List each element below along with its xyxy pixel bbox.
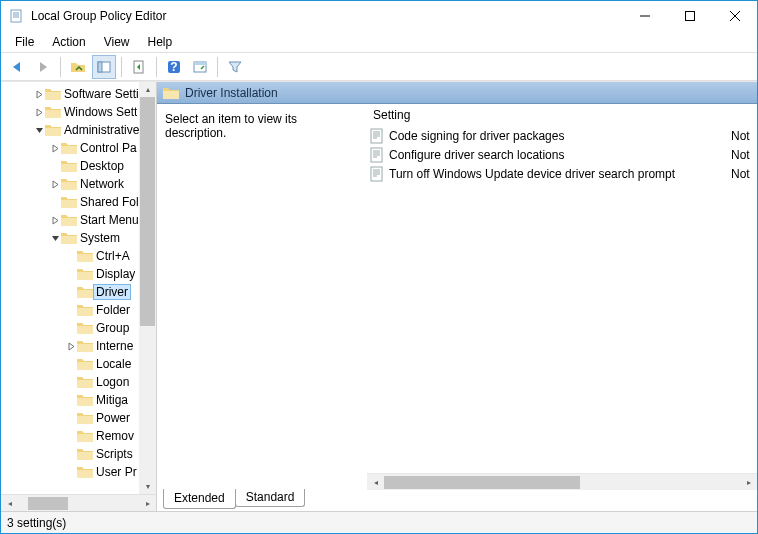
expander-icon[interactable] bbox=[65, 268, 77, 280]
tabs: Extended Standard bbox=[157, 490, 757, 511]
tree-item-label: Windows Sett bbox=[64, 105, 137, 119]
expander-icon[interactable] bbox=[65, 412, 77, 424]
expander-icon[interactable] bbox=[65, 430, 77, 442]
tab-extended[interactable]: Extended bbox=[163, 489, 236, 509]
svg-rect-14 bbox=[194, 62, 206, 65]
tree-item[interactable]: Administrative bbox=[1, 121, 156, 139]
scroll-down-button[interactable]: ▾ bbox=[139, 479, 156, 494]
column-setting[interactable]: Setting bbox=[367, 104, 757, 126]
toolbar-separator bbox=[60, 57, 61, 77]
scroll-left-button[interactable]: ◂ bbox=[1, 496, 18, 511]
up-folder-button[interactable] bbox=[66, 55, 90, 79]
tree-item[interactable]: Scripts bbox=[1, 445, 156, 463]
description-prompt: Select an item to view its description. bbox=[165, 112, 297, 140]
tree-item[interactable]: Folder bbox=[1, 301, 156, 319]
back-button[interactable] bbox=[5, 55, 29, 79]
forward-button[interactable] bbox=[31, 55, 55, 79]
tree-item[interactable]: Ctrl+A bbox=[1, 247, 156, 265]
expander-icon[interactable] bbox=[65, 304, 77, 316]
expander-icon[interactable] bbox=[65, 286, 77, 298]
tree-item-label: User Pr bbox=[96, 465, 137, 479]
tab-standard[interactable]: Standard bbox=[235, 489, 306, 507]
list-item[interactable]: Code signing for driver packagesNot bbox=[367, 126, 757, 145]
list-item-state: Not bbox=[731, 148, 757, 162]
list-rows: Code signing for driver packagesNotConfi… bbox=[367, 126, 757, 473]
tree-item-label: Software Setti bbox=[64, 87, 139, 101]
list-item-label: Turn off Windows Update device driver se… bbox=[389, 167, 731, 181]
scroll-right-button[interactable]: ▸ bbox=[740, 475, 757, 490]
tree-item-label: Remov bbox=[96, 429, 134, 443]
expander-icon[interactable] bbox=[65, 358, 77, 370]
expander-icon[interactable] bbox=[49, 232, 61, 244]
expander-icon[interactable] bbox=[65, 322, 77, 334]
tree-item[interactable]: Interne bbox=[1, 337, 156, 355]
content-pane: Driver Installation Select an item to vi… bbox=[157, 82, 757, 511]
expander-icon[interactable] bbox=[49, 196, 61, 208]
expander-icon[interactable] bbox=[49, 142, 61, 154]
menu-action[interactable]: Action bbox=[44, 33, 93, 51]
menubar: File Action View Help bbox=[1, 31, 757, 53]
tree-vertical-scrollbar[interactable]: ▴ ▾ bbox=[139, 82, 156, 494]
help-button[interactable]: ? bbox=[162, 55, 186, 79]
expander-icon[interactable] bbox=[65, 376, 77, 388]
expander-icon[interactable] bbox=[49, 214, 61, 226]
tree-item[interactable]: Mitiga bbox=[1, 391, 156, 409]
content-header: Driver Installation bbox=[157, 82, 757, 104]
properties-button[interactable] bbox=[188, 55, 212, 79]
tree-item[interactable]: Display bbox=[1, 265, 156, 283]
expander-icon[interactable] bbox=[65, 340, 77, 352]
tree-item[interactable]: Remov bbox=[1, 427, 156, 445]
tree-item[interactable]: Control Pa bbox=[1, 139, 156, 157]
tree-item[interactable]: Software Setti bbox=[1, 85, 156, 103]
list-item[interactable]: Configure driver search locationsNot bbox=[367, 145, 757, 164]
expander-icon[interactable] bbox=[33, 88, 45, 100]
scroll-right-button[interactable]: ▸ bbox=[139, 496, 156, 511]
tree-view[interactable]: Software SettiWindows SettAdministrative… bbox=[1, 82, 156, 494]
tree-item-label: Network bbox=[80, 177, 124, 191]
menu-file[interactable]: File bbox=[7, 33, 42, 51]
expander-icon[interactable] bbox=[65, 466, 77, 478]
show-hide-tree-button[interactable] bbox=[92, 55, 116, 79]
tree-item-label: Interne bbox=[96, 339, 133, 353]
expander-icon[interactable] bbox=[49, 178, 61, 190]
tree-item-label: Driver bbox=[93, 284, 131, 300]
tree-item[interactable]: Group bbox=[1, 319, 156, 337]
folder-icon bbox=[163, 86, 179, 100]
tree-item[interactable]: System bbox=[1, 229, 156, 247]
maximize-button[interactable] bbox=[667, 1, 712, 31]
expander-icon[interactable] bbox=[49, 160, 61, 172]
tree-item[interactable]: Start Menu bbox=[1, 211, 156, 229]
menu-help[interactable]: Help bbox=[140, 33, 181, 51]
filter-button[interactable] bbox=[223, 55, 247, 79]
tree-item[interactable]: Driver bbox=[1, 283, 156, 301]
tree-item[interactable]: Locale bbox=[1, 355, 156, 373]
window-title: Local Group Policy Editor bbox=[31, 9, 622, 23]
tree-item[interactable]: Shared Fol bbox=[1, 193, 156, 211]
menu-view[interactable]: View bbox=[96, 33, 138, 51]
export-button[interactable] bbox=[127, 55, 151, 79]
svg-rect-9 bbox=[98, 62, 102, 72]
tree-item[interactable]: Logon bbox=[1, 373, 156, 391]
tree-item[interactable]: Network bbox=[1, 175, 156, 193]
expander-icon[interactable] bbox=[33, 124, 45, 136]
tree-item-label: Control Pa bbox=[80, 141, 137, 155]
expander-icon[interactable] bbox=[65, 448, 77, 460]
tree-item[interactable]: Desktop bbox=[1, 157, 156, 175]
expander-icon[interactable] bbox=[33, 106, 45, 118]
tree-item[interactable]: Windows Sett bbox=[1, 103, 156, 121]
list-item[interactable]: Turn off Windows Update device driver se… bbox=[367, 164, 757, 183]
content-header-title: Driver Installation bbox=[185, 86, 278, 100]
tree-item-label: Logon bbox=[96, 375, 129, 389]
tree-item[interactable]: User Pr bbox=[1, 463, 156, 481]
expander-icon[interactable] bbox=[65, 250, 77, 262]
minimize-button[interactable] bbox=[622, 1, 667, 31]
tree-item[interactable]: Power bbox=[1, 409, 156, 427]
scroll-left-button[interactable]: ◂ bbox=[367, 475, 384, 490]
expander-icon[interactable] bbox=[65, 394, 77, 406]
tree-horizontal-scrollbar[interactable]: ◂ ▸ bbox=[1, 494, 156, 511]
content-body: Select an item to view its description. … bbox=[157, 104, 757, 490]
list-horizontal-scrollbar[interactable]: ◂ ▸ bbox=[367, 473, 757, 490]
close-button[interactable] bbox=[712, 1, 757, 31]
list-header: Setting bbox=[367, 104, 757, 126]
scroll-up-button[interactable]: ▴ bbox=[139, 82, 156, 97]
